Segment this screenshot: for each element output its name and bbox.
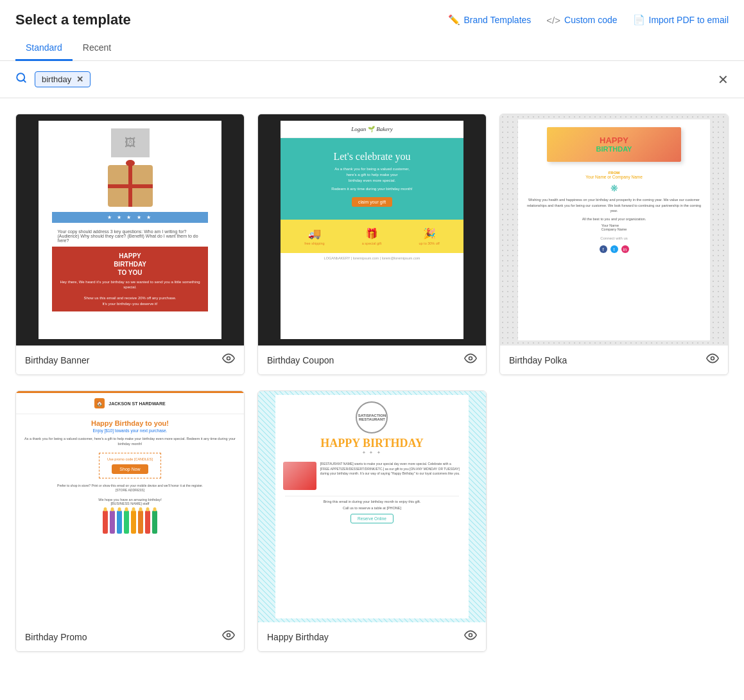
banner-stars: ★ ★ ★ ★ ★	[52, 212, 207, 223]
preview-eye-icon-promo[interactable]	[222, 629, 235, 645]
hb-phone: Call us to reserve a table at [PHONE]	[343, 506, 401, 510]
coupon-footer: LOGANbAKERY | loremipsum.com | lorem@lor…	[281, 253, 463, 263]
template-name-happy-birthday: Happy Birthday	[267, 632, 329, 642]
import-pdf-link[interactable]: 📄 Import PDF to email	[633, 14, 729, 26]
template-card-birthday-coupon[interactable]: Logan 🌱 Bakery Let's celebrate you As a …	[257, 114, 487, 375]
tab-recent[interactable]: Recent	[73, 36, 121, 61]
banner-preview-inner: 🖼 ★ ★ ★ ★ ★ Your copy should address 3 k…	[39, 121, 221, 339]
banner-copy-text: Your copy should address 3 key questions…	[52, 225, 207, 247]
template-card-birthday-polka[interactable]: HAPPY BIRTHDAY FROM Your Name or Company…	[499, 114, 729, 375]
pencil-icon: ✏️	[448, 14, 460, 26]
banner-preview-bg: 🖼 ★ ★ ★ ★ ★ Your copy should address 3 k…	[16, 114, 244, 346]
coupon-teal-block: Let's celebrate you As a thank you for b…	[281, 138, 463, 220]
banner-red-title: HAPPYBIRTHDAYTO YOU	[57, 252, 202, 277]
coupon-logo: Logan 🌱 Bakery	[281, 121, 463, 138]
svg-point-5	[227, 634, 230, 637]
candle-7	[145, 511, 150, 534]
promo-candles	[103, 511, 157, 534]
coupon-icon-shipping: 🚚 free shipping	[304, 227, 325, 245]
promo-logo-icon: 🏠	[94, 398, 105, 408]
templates-grid-row2: 🏠 JACKSON ST HARDWARE Happy Birthday to …	[0, 390, 744, 667]
search-tag: birthday ✕	[35, 71, 91, 87]
custom-code-label: Custom code	[564, 15, 617, 25]
template-name-birthday-polka: Birthday Polka	[509, 355, 567, 365]
preview-eye-icon-polka[interactable]	[706, 352, 719, 368]
polka-body-text: Wishing you health and happiness on your…	[518, 197, 709, 213]
polka-snowflake-icon: ❋	[610, 183, 618, 193]
candle-8	[152, 511, 157, 534]
banner-red-sub: Hey there, We heard it's your birthday s…	[57, 279, 202, 306]
coupon-yellow-block: 🚚 free shipping 🎁 a special gift 🎉 up to…	[281, 220, 463, 253]
search-tag-text: birthday	[42, 74, 71, 84]
candle-5	[131, 511, 136, 534]
polka-signature: All the best to you and your organizatio…	[582, 217, 646, 221]
candle-4	[124, 511, 129, 534]
promo-note: Prefer to shop in store? Print or show t…	[51, 481, 209, 495]
hb-subtitle: ✦ ✦ ✦	[362, 450, 383, 455]
preview-eye-icon-banner[interactable]	[222, 352, 235, 368]
candle-2	[110, 511, 115, 534]
template-preview-birthday-banner: 🖼 ★ ★ ★ ★ ★ Your copy should address 3 k…	[16, 114, 244, 346]
code-icon: </>	[546, 15, 560, 26]
promo-logo: 🏠 JACKSON ST HARDWARE	[16, 393, 244, 414]
header-actions: ✏️ Brand Templates </> Custom code 📄 Imp…	[448, 14, 729, 26]
hb-reserve-btn[interactable]: Reserve Online	[350, 514, 394, 523]
template-footer-birthday-promo: Birthday Promo	[16, 622, 244, 651]
template-preview-birthday-polka: HAPPY BIRTHDAY FROM Your Name or Company…	[500, 114, 728, 346]
template-footer-happy-birthday: Happy Birthday	[258, 622, 486, 651]
svg-line-1	[23, 80, 25, 82]
preview-eye-icon-coupon[interactable]	[464, 352, 477, 368]
template-name-birthday-banner: Birthday Banner	[25, 355, 89, 365]
coupon-icon-discount: 🎉 up to 30% off	[419, 227, 439, 245]
preview-eye-icon-hb[interactable]	[464, 629, 477, 645]
svg-point-3	[469, 357, 472, 360]
coupon-icon-gift: 🎁 a special gift	[362, 227, 382, 245]
polka-birthday-text: BIRTHDAY	[553, 145, 675, 153]
promo-preview: 🏠 JACKSON ST HARDWARE Happy Birthday to …	[16, 391, 244, 622]
banner-red-block: HAPPYBIRTHDAYTO YOU Hey there, We heard …	[52, 247, 207, 311]
search-icon	[15, 72, 27, 87]
search-row: birthday ✕ ✕	[0, 61, 744, 98]
promo-sub: Enjoy [$10] towards your next purchase.	[93, 428, 168, 433]
candle-1	[103, 511, 108, 534]
tabs-row: Standard Recent	[0, 36, 744, 61]
tab-standard[interactable]: Standard	[15, 36, 73, 61]
hb-note: Bring this email in during your birthday…	[317, 500, 428, 503]
hb-logo: SATISFACTIONRESTAURANT	[356, 401, 388, 433]
coupon-claim-btn[interactable]: claim your gift	[352, 197, 392, 207]
template-card-birthday-banner[interactable]: 🖼 ★ ★ ★ ★ ★ Your copy should address 3 k…	[15, 114, 245, 375]
import-pdf-label: Import PDF to email	[649, 15, 729, 25]
hb-content-row: [RESTAURANT NAME] wants to make your spe…	[283, 462, 462, 490]
promo-shop-btn[interactable]: Shop Now	[112, 464, 148, 474]
coupon-preview-inner: Logan 🌱 Bakery Let's celebrate you As a …	[281, 121, 463, 339]
candle-3	[117, 511, 122, 534]
polka-preview-bg: HAPPY BIRTHDAY FROM Your Name or Company…	[500, 114, 728, 346]
candle-6	[138, 511, 143, 534]
brand-templates-link[interactable]: ✏️ Brand Templates	[448, 14, 532, 26]
polka-facebook-icon: f	[600, 245, 607, 253]
template-name-birthday-coupon: Birthday Coupon	[267, 355, 334, 365]
svg-point-6	[469, 634, 472, 637]
coupon-teal-sub: As a thank you for being a valued custom…	[287, 166, 457, 184]
brand-templates-label: Brand Templates	[464, 15, 532, 25]
polka-card: HAPPY BIRTHDAY	[547, 127, 681, 162]
template-card-birthday-promo[interactable]: 🏠 JACKSON ST HARDWARE Happy Birthday to …	[15, 390, 245, 652]
svg-point-4	[711, 357, 714, 360]
promo-footer: We hope you have an amazing birthday![BU…	[98, 498, 161, 505]
template-card-happy-birthday[interactable]: SATISFACTIONRESTAURANT HAPPY BIRTHDAY ✦ …	[257, 390, 487, 652]
coupon-preview-bg: Logan 🌱 Bakery Let's celebrate you As a …	[258, 114, 486, 346]
search-tag-close-icon[interactable]: ✕	[76, 74, 83, 84]
template-preview-birthday-promo: 🏠 JACKSON ST HARDWARE Happy Birthday to …	[16, 391, 244, 622]
polka-instagram-icon: in	[621, 245, 629, 253]
template-name-birthday-promo: Birthday Promo	[25, 632, 87, 642]
custom-code-link[interactable]: </> Custom code	[546, 15, 617, 26]
coupon-teal-sub2: Redeem it any time during your birthday …	[287, 186, 457, 192]
svg-point-2	[227, 357, 230, 360]
templates-grid-row1: 🖼 ★ ★ ★ ★ ★ Your copy should address 3 k…	[0, 98, 744, 390]
page-header: Select a template ✏️ Brand Templates </>…	[0, 0, 744, 36]
polka-happy-text: HAPPY	[553, 136, 675, 145]
polka-social-icons: f t in	[600, 245, 629, 253]
hb-title: HAPPY BIRTHDAY	[320, 437, 424, 450]
polka-name: Your Name or Company Name	[585, 175, 643, 179]
search-close-button[interactable]: ✕	[718, 72, 729, 87]
